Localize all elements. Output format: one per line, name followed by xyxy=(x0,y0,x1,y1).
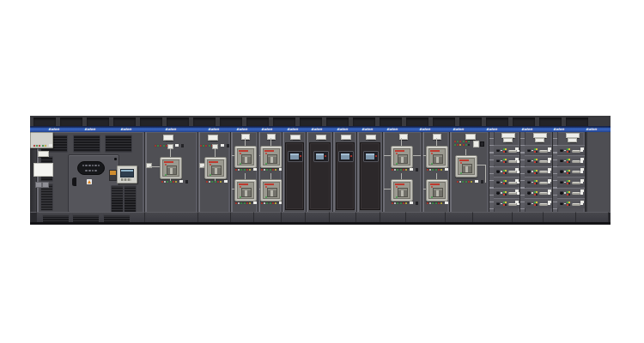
plinth-panel xyxy=(445,212,472,222)
plinth-panel xyxy=(405,212,445,222)
bucket-handle xyxy=(539,182,548,184)
mcc-bucket xyxy=(494,166,519,177)
indicator-led xyxy=(244,202,246,204)
bucket-knob xyxy=(560,159,563,163)
brand-logo: Eaton xyxy=(554,128,565,131)
bucket-handle xyxy=(572,171,580,173)
indicator-led-row xyxy=(454,144,470,146)
acb-status-led-red xyxy=(240,186,241,188)
door-handle xyxy=(72,178,76,186)
bucket-led-cluster xyxy=(503,148,508,153)
bucket-led xyxy=(534,148,536,150)
control-switch xyxy=(227,144,229,147)
bucket-led xyxy=(503,204,505,206)
acb-breaker xyxy=(260,179,283,202)
plinth-panel xyxy=(305,212,329,222)
bucket-led xyxy=(567,180,568,182)
acb-breaker xyxy=(391,146,413,168)
switchgear-elevation-canvas: EatonEatonEatonEatonEatonEatonEatonEaton… xyxy=(0,0,644,343)
plinth-panel xyxy=(281,212,305,222)
section-mcc-2 xyxy=(519,132,552,212)
bucket-handle xyxy=(508,160,517,163)
roof-vent xyxy=(539,117,562,126)
bucket-label xyxy=(580,201,585,203)
bucket-label xyxy=(580,147,585,150)
bucket-led xyxy=(567,151,568,153)
acb-status-led-green xyxy=(265,196,267,198)
indicator-led xyxy=(457,144,459,146)
bucket-led xyxy=(568,151,570,153)
mcc-bucket xyxy=(557,155,585,165)
acb-status-led-red xyxy=(210,164,211,165)
indicator-led xyxy=(206,181,208,183)
mcc-bucket xyxy=(557,166,585,177)
mcc-bucket xyxy=(525,145,552,155)
indicator-led xyxy=(238,202,240,204)
hmi-screen-face xyxy=(316,153,325,159)
roof-vent xyxy=(273,117,295,126)
bucket-led xyxy=(536,151,538,153)
indicator-led xyxy=(432,169,434,171)
panel-body-row xyxy=(30,132,611,212)
terminal-block xyxy=(42,182,49,188)
indicator-led xyxy=(270,202,271,204)
acb-status-led-red xyxy=(431,186,433,188)
bucket-handle xyxy=(572,150,580,153)
indicator-led xyxy=(454,144,456,146)
plinth-panel xyxy=(329,212,355,222)
plinth-panel xyxy=(380,212,405,222)
bucket-knob xyxy=(527,170,531,173)
section-drive-2 xyxy=(306,132,332,212)
bucket-handle xyxy=(572,192,580,195)
bucket-led xyxy=(503,183,505,184)
mimic-bus-line xyxy=(245,173,246,179)
bucket-white-dot xyxy=(501,182,502,184)
mcc-bucket xyxy=(525,166,552,177)
indicator-led xyxy=(468,181,470,183)
roof-vent xyxy=(459,117,482,126)
indicator-led xyxy=(403,202,404,204)
bucket-handle xyxy=(572,203,580,206)
bucket-white-dot xyxy=(501,150,502,152)
acb-red-label xyxy=(395,150,404,153)
hmi-status-led xyxy=(375,155,377,157)
control-switch xyxy=(416,168,418,172)
bucket-white-dot xyxy=(532,150,533,152)
label-tag xyxy=(410,202,413,204)
bucket-label xyxy=(548,147,552,150)
indicator-led xyxy=(275,202,276,204)
vent-plate xyxy=(465,134,476,140)
document-pocket-panel xyxy=(33,163,53,177)
vent-plate xyxy=(267,134,276,140)
vent-plate xyxy=(38,151,49,157)
vent-plate xyxy=(163,135,173,141)
bucket-led xyxy=(567,194,568,196)
vent-plate xyxy=(290,135,301,140)
vent-plate xyxy=(568,138,577,142)
connector-pin xyxy=(94,165,97,167)
indicator-led xyxy=(173,181,174,183)
acb-breaker xyxy=(234,179,257,202)
vent-louver xyxy=(105,135,132,153)
roof-vent xyxy=(193,117,216,126)
vent-plate xyxy=(316,135,326,140)
mimic-bus-line xyxy=(270,138,271,146)
mimic-bus-line xyxy=(384,189,391,190)
bucket-handle xyxy=(572,160,580,163)
mimic-bus-line xyxy=(245,138,246,146)
roof-vent xyxy=(566,117,588,126)
plinth-panel xyxy=(36,212,144,222)
bucket-knob xyxy=(560,202,563,206)
indicator-led-row xyxy=(454,141,470,142)
indicator-led xyxy=(459,144,461,146)
indicator-led-row xyxy=(206,180,233,184)
acb-red-label xyxy=(239,150,248,153)
label-tag xyxy=(253,202,257,204)
mcc-bucket xyxy=(494,188,519,198)
indicator-led xyxy=(405,169,407,171)
bucket-led xyxy=(536,183,538,184)
indicator-led xyxy=(432,202,434,204)
indicator-led xyxy=(403,169,404,171)
acb-breaker xyxy=(160,157,182,179)
bucket-led xyxy=(505,202,507,203)
